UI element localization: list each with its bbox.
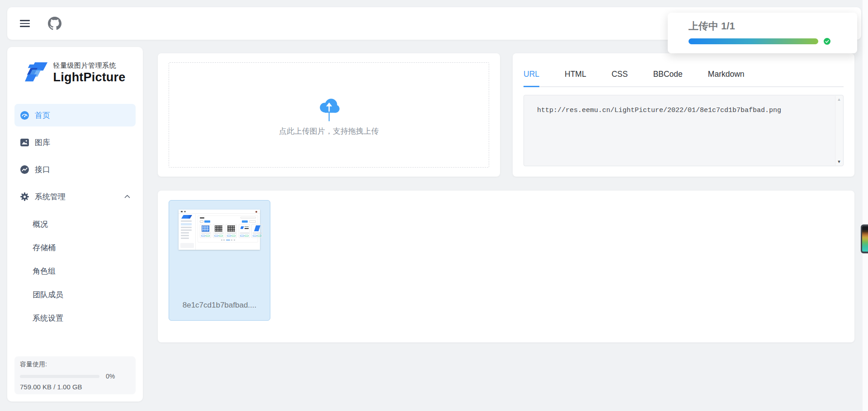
textarea-scrollbar[interactable]: ▲ ▼ xyxy=(835,96,843,165)
share-tabs: URL HTML CSS BBCode Markdown xyxy=(524,64,844,87)
link-textarea[interactable]: http://res.eemu.cn/LightPicture/2022/01/… xyxy=(524,95,835,166)
capacity-label: 容量使用: xyxy=(20,360,130,369)
capacity-percent: 0% xyxy=(106,373,115,380)
link-textarea-wrap: http://res.eemu.cn/LightPicture/2022/01/… xyxy=(524,95,844,166)
sidebar-subitem-roles[interactable]: 角色组 xyxy=(14,259,136,283)
sidebar-item-api[interactable]: 接口 xyxy=(14,158,136,181)
chevron-up-icon xyxy=(124,195,130,198)
upload-toast: 上传中 1/1 xyxy=(668,13,857,53)
toast-progress-bar xyxy=(689,38,818,44)
gallery-card: 8e1c7cd1b7bafbad.... xyxy=(158,191,854,342)
sidebar-item-home[interactable]: 首页 xyxy=(14,104,136,126)
sidebar-item-label: 接口 xyxy=(35,164,130,175)
check-circle-icon xyxy=(824,38,830,45)
sidebar-subitem-overview[interactable]: 概况 xyxy=(14,212,136,236)
sidebar-item-label: 系统管理 xyxy=(35,191,119,202)
thumbnail-preview xyxy=(179,210,260,250)
sidebar-item-label: 首页 xyxy=(35,110,130,121)
uploaded-image-tile[interactable]: 8e1c7cd1b7bafbad.... xyxy=(169,200,270,321)
uploaded-filename: 8e1c7cd1b7bafbad.... xyxy=(169,301,270,310)
sidebar: 轻量级图片管理系统 LightPicture 首页 xyxy=(7,47,143,402)
logo-subtitle: 轻量级图片管理系统 xyxy=(53,61,126,70)
github-icon[interactable] xyxy=(48,17,61,30)
sidebar-nav: 首页 图库 接口 xyxy=(7,86,143,330)
sidebar-item-system[interactable]: 系统管理 xyxy=(14,185,136,208)
dashboard-icon xyxy=(20,111,29,120)
app-logo[interactable]: 轻量级图片管理系统 LightPicture xyxy=(7,60,143,86)
page-scrollbar-gutter[interactable] xyxy=(863,0,868,411)
capacity-usage: 759.00 KB / 1.00 GB xyxy=(20,383,130,391)
edge-extension-widget[interactable] xyxy=(861,224,868,253)
sidebar-subitem-team[interactable]: 团队成员 xyxy=(14,283,136,306)
sidebar-subitem-settings[interactable]: 系统设置 xyxy=(14,306,136,330)
edge-widget-stripes xyxy=(862,226,868,252)
scroll-down-icon[interactable]: ▼ xyxy=(837,159,841,164)
cloud-upload-icon xyxy=(316,93,342,122)
tab-html[interactable]: HTML xyxy=(565,64,586,86)
logo-title: LightPicture xyxy=(53,70,126,84)
api-icon xyxy=(20,165,29,174)
upload-hint: 点此上传图片，支持拖拽上传 xyxy=(279,126,379,136)
tab-css[interactable]: CSS xyxy=(612,64,628,86)
upload-dropzone[interactable]: 点此上传图片，支持拖拽上传 xyxy=(169,62,489,168)
tab-bbcode[interactable]: BBCode xyxy=(653,64,683,86)
capacity-widget: 容量使用: 0% 759.00 KB / 1.00 GB xyxy=(14,356,136,394)
upload-card: 点此上传图片，支持拖拽上传 xyxy=(158,53,500,177)
sidebar-item-label: 图库 xyxy=(35,137,130,148)
tab-markdown[interactable]: Markdown xyxy=(708,64,745,86)
capacity-progress-bar xyxy=(20,375,99,378)
scroll-up-icon[interactable]: ▲ xyxy=(837,97,841,102)
logo-icon xyxy=(25,61,49,84)
gallery-icon xyxy=(20,138,29,147)
share-panel: URL HTML CSS BBCode Markdown http://res.… xyxy=(513,53,854,177)
gear-icon xyxy=(20,192,29,201)
menu-icon[interactable] xyxy=(20,20,30,27)
toast-title: 上传中 1/1 xyxy=(689,19,846,33)
sidebar-item-gallery[interactable]: 图库 xyxy=(14,131,136,154)
sidebar-subitem-buckets[interactable]: 存储桶 xyxy=(14,236,136,259)
tab-url[interactable]: URL xyxy=(524,64,539,87)
